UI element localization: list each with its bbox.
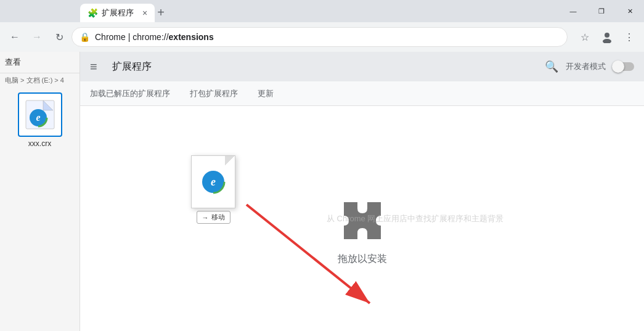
security-icon: 🔒 [79, 32, 90, 42]
back-button[interactable]: ← [5, 27, 25, 47]
tab-strip: 🧩 扩展程序 × + [80, 0, 165, 22]
dragging-icon-wrapper: e [191, 155, 235, 208]
ext-page-title: 扩展程序 [112, 60, 152, 73]
chrome-extensions-page: ≡ 扩展程序 🔍 开发者模式 加载已解压的扩展程序 打包扩展程序 更新 [80, 52, 644, 331]
ext-toolbar: ≡ 扩展程序 🔍 开发者模式 [80, 52, 644, 81]
ext-search-icon[interactable]: 🔍 [545, 60, 558, 73]
badge-arrow-icon: → [202, 214, 209, 221]
dragging-ie-icon: e [200, 168, 227, 195]
dragging-file: e → 移动 [191, 155, 235, 224]
ext-subtoolbar: 加载已解压的扩展程序 打包扩展程序 更新 [80, 81, 644, 106]
dragging-move-badge: → 移动 [197, 211, 230, 224]
new-tab-button[interactable]: + [157, 6, 165, 20]
crx-file-icon: e [25, 99, 55, 130]
ext-dev-mode-label: 开发者模式 [566, 61, 606, 72]
crx-file-label: xxx.crx [28, 139, 51, 148]
left-panel: 查看 电脑 > 文档 (E:) > 4 e [0, 52, 80, 331]
tab-close-button[interactable]: × [142, 8, 147, 18]
puzzle-icon [338, 196, 387, 245]
svg-point-1 [603, 39, 611, 43]
maximize-button[interactable]: ❐ [587, 0, 616, 22]
url-display: Chrome | chrome://extensions [95, 32, 560, 42]
omnibox[interactable]: 🔒 Chrome | chrome://extensions [71, 27, 568, 47]
ext-toolbar-right: 🔍 开发者模式 [545, 60, 634, 73]
svg-point-0 [605, 33, 609, 38]
update-link[interactable]: 更新 [258, 88, 274, 99]
drop-target: 拖放以安装 [338, 196, 387, 266]
tab-title: 扩展程序 [102, 7, 134, 18]
account-icon[interactable] [597, 27, 617, 47]
main-area: 查看 电脑 > 文档 (E:) > 4 e [0, 52, 644, 331]
tab-favicon-icon: 🧩 [88, 8, 98, 18]
drop-zone-area: 从 Chrome 网上应用店中查找扩展程序和主题背景 e → 移动 [80, 106, 644, 331]
svg-text:e: e [36, 112, 40, 123]
window-frame: 🧩 扩展程序 × + — ❐ ✕ ← → ↻ 🔒 Chrome | chrome… [0, 0, 644, 331]
forward-button: → [27, 27, 47, 47]
url-chrome-part: Chrome | chrome:// [95, 32, 169, 42]
active-tab[interactable]: 🧩 扩展程序 × [80, 4, 155, 22]
crx-file-item[interactable]: e xxx.crx [5, 92, 75, 148]
drop-label: 拖放以安装 [338, 253, 387, 266]
breadcrumb: 电脑 > 文档 (E:) > 4 [0, 73, 79, 88]
ext-menu-icon[interactable]: ≡ [90, 60, 97, 74]
browser-toolbar: ← → ↻ 🔒 Chrome | chrome://extensions ☆ ⋮ [0, 22, 644, 52]
crx-file-icon-wrapper: e [18, 92, 62, 137]
bookmark-icon[interactable]: ☆ [575, 27, 595, 47]
minimize-button[interactable]: — [559, 0, 587, 22]
refresh-button[interactable]: ↻ [49, 27, 69, 47]
title-bar: 🧩 扩展程序 × + — ❐ ✕ [0, 0, 644, 22]
load-unpacked-link[interactable]: 加载已解压的扩展程序 [90, 88, 170, 99]
close-button[interactable]: ✕ [616, 0, 644, 22]
drag-icon-corner [225, 156, 235, 166]
menu-icon[interactable]: ⋮ [619, 27, 639, 47]
nav-label: 查看 [0, 52, 79, 73]
window-controls: — ❐ ✕ [559, 0, 644, 22]
url-path-part: extensions [169, 32, 214, 42]
badge-text: 移动 [211, 213, 225, 222]
toolbar-right: ☆ ⋮ [575, 27, 639, 47]
ext-toggle-thumb [612, 60, 624, 73]
svg-text:e: e [211, 176, 216, 188]
ext-dev-mode-toggle[interactable] [613, 62, 634, 71]
pack-extension-link[interactable]: 打包扩展程序 [190, 88, 238, 99]
